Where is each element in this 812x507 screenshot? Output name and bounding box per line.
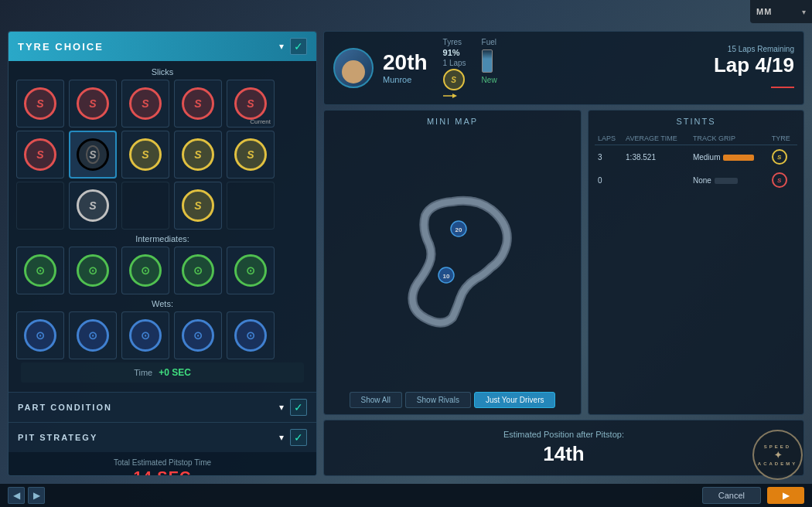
stints-title: STINTS [595, 117, 797, 126]
mid-section: MINI MAP 10 20 Show All Show [323, 110, 804, 415]
tyre-cell-wet[interactable]: ⊙ [174, 311, 222, 359]
tyre-row-1: S S S S S Current [16, 80, 309, 128]
right-panel: 20th Munroe Tyres 91% 1 Laps S Fuel [323, 31, 804, 476]
tyre-choice-header[interactable]: TYRE CHOICE ▾ ✓ [9, 32, 316, 61]
tyre-cell[interactable]: S [69, 182, 117, 230]
mini-map-title: MINI MAP [330, 117, 575, 126]
tyre-cell-wet[interactable]: ⊙ [16, 311, 64, 359]
tyre-cell[interactable]: S [227, 131, 275, 179]
tyre-cell[interactable]: S [174, 182, 222, 230]
part-condition-label: PART CONDITION [18, 403, 112, 412]
tyre-cell-empty [121, 182, 169, 230]
col-avg-time: Average Time [623, 132, 690, 145]
driver-stats: Tyres 91% 1 Laps S Fuel New [443, 38, 497, 98]
nav-arrows: ◀ ▶ [8, 487, 45, 504]
sa-circle: SPEED ✦ ACADEMY [752, 430, 803, 480]
est-value: 14th [339, 442, 788, 466]
stints-table: Laps Average Time Track Grip Tyre 3 1:38… [595, 132, 797, 192]
left-panel: TYRE CHOICE ▾ ✓ Slicks S S S S [8, 31, 317, 476]
speed-academy-logo: SPEED ✦ ACADEMY [752, 430, 803, 480]
total-row: Total Estimated Pitstop Time 14 SEC [9, 452, 316, 476]
stint-laps: 0 [595, 168, 623, 192]
tyre-cell-selected[interactable]: S [69, 131, 117, 179]
laps-label: 1 Laps [443, 59, 466, 67]
driver-avatar [333, 48, 374, 88]
stint-tyre: S [769, 168, 797, 192]
tyres-label: Tyres [443, 38, 466, 46]
tyres-value: 91% [443, 48, 466, 57]
tyre-row-2: S S S S S [16, 131, 309, 179]
tyre-cell[interactable]: S [174, 131, 222, 179]
nav-right-button[interactable]: ▶ [28, 487, 45, 504]
tyre-cell-wet[interactable]: ⊙ [227, 311, 275, 359]
tyre-arrow-icon [443, 94, 457, 98]
tyre-cell-int[interactable]: ⊙ [16, 247, 64, 294]
fuel-label: Fuel [482, 38, 497, 46]
bottom-actions: Cancel ▶ [702, 487, 804, 504]
wets-row: ⊙ ⊙ ⊙ ⊙ ⊙ [16, 311, 309, 359]
lap-info: 15 Laps Remaining Lap 4/19 [714, 45, 794, 91]
est-label: Estimated Position after Pitstop: [339, 430, 788, 439]
tyre-cell-wet[interactable]: ⊙ [69, 311, 117, 359]
tyre-choice-check-icon[interactable]: ✓ [290, 38, 307, 55]
just-your-drivers-button[interactable]: Just Your Drivers [474, 392, 556, 408]
tyre-cell[interactable]: S [121, 80, 169, 128]
mini-map-area: 10 20 [330, 132, 575, 387]
stint-tyre: S [769, 145, 797, 169]
tyre-cell-int[interactable]: ⊙ [174, 247, 222, 294]
tyre-cell-wet[interactable]: ⊙ [121, 311, 169, 359]
show-all-button[interactable]: Show All [350, 392, 402, 408]
time-value: +0 SEC [159, 367, 191, 378]
tyre-cell-empty [16, 182, 64, 230]
tyre-cell[interactable]: S [69, 80, 117, 128]
stints-panel: STINTS Laps Average Time Track Grip Tyre… [588, 110, 804, 415]
map-buttons: Show All Show Rivals Just Your Drivers [330, 392, 575, 408]
show-rivals-button[interactable]: Show Rivals [405, 392, 471, 408]
pit-strategy-label: PIT STRATEGY [18, 433, 97, 442]
tyre-choice-chevron-icon: ▾ [279, 41, 284, 52]
pit-strategy-check-icon[interactable]: ✓ [290, 429, 307, 446]
tyre-cell[interactable]: S [16, 80, 64, 128]
tyre-cell[interactable]: S [174, 80, 222, 128]
chevron-down-icon[interactable]: ▾ [802, 8, 806, 16]
sa-emblem: ✦ [774, 450, 782, 461]
part-condition-check-icon[interactable]: ✓ [290, 399, 307, 416]
fuel-stat: Fuel New [482, 38, 497, 98]
bottom-bar: ◀ ▶ Cancel ▶ [0, 484, 812, 507]
stint-grip: None [690, 168, 769, 192]
total-value: 14 SEC [18, 468, 307, 476]
main-container: TYRE CHOICE ▾ ✓ Slicks S S S S [0, 23, 812, 484]
stint-avg-time: 1:38.521 [623, 145, 690, 169]
part-condition-header[interactable]: PART CONDITION ▾ ✓ [9, 392, 316, 422]
svg-text:20: 20 [455, 226, 462, 233]
lap-number: Lap 4/19 [714, 53, 794, 77]
tyres-stat: Tyres 91% 1 Laps S [443, 38, 466, 98]
col-laps: Laps [595, 132, 623, 145]
confirm-button[interactable]: ▶ [767, 487, 804, 504]
new-label: New [482, 76, 497, 84]
slicks-label: Slicks [16, 67, 309, 77]
track-map-svg: 10 20 [375, 186, 530, 333]
top-bar: MM ▾ [750, 0, 812, 23]
lap-divider [771, 87, 794, 88]
stint-grip: Medium [690, 145, 769, 169]
cancel-button[interactable]: Cancel [702, 487, 761, 504]
nav-left-button[interactable]: ◀ [8, 487, 25, 504]
fuel-indicator [482, 49, 493, 73]
tyre-cell-int[interactable]: ⊙ [69, 247, 117, 294]
tyre-cell[interactable]: S [16, 131, 64, 179]
grip-bar [723, 155, 754, 161]
col-track-grip: Track Grip [690, 132, 769, 145]
tyre-cell[interactable]: S [121, 131, 169, 179]
stint-avg-time [623, 168, 690, 192]
tyre-cell-int[interactable]: ⊙ [227, 247, 275, 294]
pit-strategy-header[interactable]: PIT STRATEGY ▾ ✓ [9, 422, 316, 452]
avatar-head [342, 60, 365, 83]
tyre-cell-empty [227, 182, 275, 230]
time-label: Time [134, 368, 152, 377]
top-bar-label: MM [756, 7, 772, 16]
driver-name: Munroe [383, 75, 428, 84]
tyre-cell-int[interactable]: ⊙ [121, 247, 169, 294]
tyre-cell-current[interactable]: S Current [227, 80, 275, 128]
stint-tyre-circle: S [772, 149, 787, 165]
